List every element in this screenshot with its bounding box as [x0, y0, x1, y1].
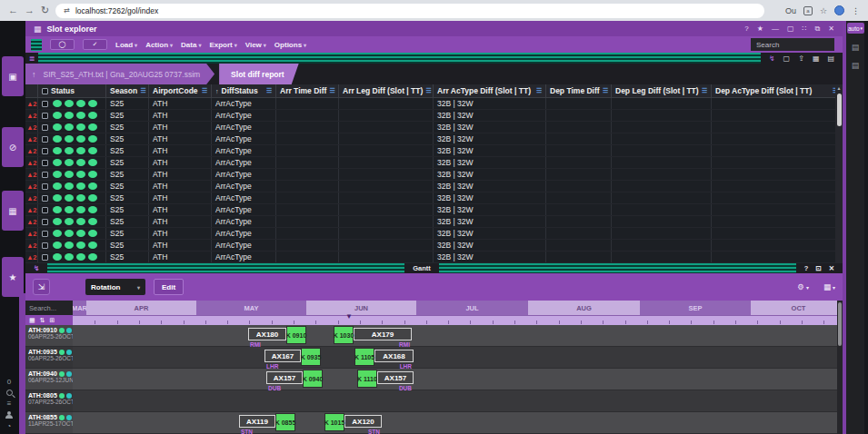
ground-slot-bar[interactable]: K 0910 [286, 326, 306, 344]
ground-slot-bar[interactable]: K 0935 [301, 348, 321, 366]
scrollbar-thumb[interactable] [837, 94, 842, 126]
table-row[interactable]: ▲2S25ATHArrAcType32B | 32W [25, 181, 843, 192]
dock-compass-button[interactable]: ⊘ [2, 127, 24, 167]
history-icon[interactable]: ◔ [7, 422, 12, 430]
gantt-search-input[interactable]: Search... [25, 301, 73, 315]
table-row[interactable]: ▲2S25ATHArrAcType32B | 32W [25, 145, 843, 157]
scroll-up-icon[interactable]: ▲ [837, 85, 842, 91]
sort-rows-icon[interactable]: ⇅ [40, 317, 45, 324]
month-segment[interactable]: MAR [73, 301, 86, 315]
month-segment[interactable]: MAY [196, 301, 306, 315]
back-icon[interactable]: ← [8, 5, 18, 15]
tab-slot-diff-report[interactable]: Slot diff report [219, 64, 299, 84]
ground-slot-bar[interactable]: K 1015 [324, 413, 344, 431]
favorite-icon[interactable]: ★ [757, 25, 763, 34]
ground-slot-bar[interactable]: K 0940 [303, 370, 323, 388]
table-row[interactable]: ▲2S25ATHArrAcType32B | 32W [25, 98, 843, 110]
row-checkbox[interactable] [42, 219, 48, 225]
gear-dropdown[interactable]: ⚙▾ [797, 282, 809, 291]
table-row[interactable]: ▲2S25ATHArrAcType32B | 32W [25, 157, 843, 169]
ground-slot-bar[interactable]: K 1030 [334, 326, 354, 344]
flight-bar[interactable]: AX157DUB [266, 371, 303, 384]
table-row[interactable]: ▲2S25ATHArrAcType32B | 32W [25, 110, 843, 122]
collapsed-panel-bar[interactable]: ≣ ↯ ▢ ⇪ ▦ ▤ [25, 53, 843, 64]
row-checkbox[interactable] [42, 124, 48, 131]
url-bar[interactable]: ⇄ localhost:7262/gol/index [55, 4, 764, 18]
filter-icon[interactable]: ☰ [536, 87, 542, 94]
translate-icon[interactable]: a [803, 6, 813, 15]
filter-icon[interactable]: ☰ [603, 87, 608, 94]
row-checkbox[interactable] [42, 136, 48, 143]
gantt-scrollbar[interactable] [837, 301, 843, 434]
dock-briefcase-button[interactable]: ▦ [2, 191, 24, 231]
flight-bar[interactable]: AX157DUB [377, 371, 414, 384]
drag-handle[interactable] [31, 39, 42, 51]
column-header[interactable]: Arr Time Diff☰ [276, 84, 339, 97]
gantt-scrollbar-thumb[interactable] [838, 302, 842, 346]
column-header[interactable]: Arr AcType Diff (Slot | TT)☰ [434, 84, 546, 97]
dots-grid-icon[interactable]: ∷ [802, 25, 806, 34]
column-header[interactable]: Season☰ [106, 84, 149, 97]
grid-icon[interactable]: ▦ [813, 54, 820, 63]
flight-bar[interactable]: AX119STN [239, 415, 275, 428]
column-header[interactable]: Status [38, 84, 106, 97]
row-checkbox[interactable] [42, 113, 48, 119]
table-row[interactable]: ▲2S25ATHArrAcType32B | 32W [25, 192, 843, 204]
filter-icon[interactable]: ☰ [425, 87, 431, 94]
menu-options[interactable]: Options▾ [274, 41, 306, 49]
row-checkbox[interactable] [42, 242, 48, 249]
grid-plus-icon[interactable]: ⊞ [50, 317, 55, 324]
flight-bar[interactable]: AX120STN [344, 415, 382, 428]
column-header[interactable]: Dep Leg Diff (Slot | TT)☰ [612, 84, 712, 97]
search-input[interactable]: Search [751, 38, 834, 51]
row-checkbox[interactable] [42, 172, 48, 178]
reload-icon[interactable]: ↻ [41, 5, 49, 15]
row-checkbox[interactable] [42, 195, 48, 202]
flight-bar[interactable]: AX179RMI [354, 328, 412, 340]
column-header[interactable]: Arr Leg Diff (Slot | TT)☰ [339, 84, 434, 97]
user-icon[interactable] [5, 411, 13, 419]
column-header[interactable]: ↑DiffStatus☰ [212, 84, 276, 97]
row-checkbox[interactable] [42, 160, 48, 166]
menu-view[interactable]: View▾ [245, 41, 266, 49]
row-checkbox[interactable] [42, 101, 48, 107]
fullscreen-icon[interactable]: ⊡ [815, 264, 821, 272]
close-icon[interactable]: ✕ [828, 25, 834, 34]
flight-bar[interactable]: AX168LHR [374, 350, 414, 362]
clipboard-icon[interactable]: ▤ [852, 43, 860, 52]
forward-icon[interactable]: → [25, 5, 35, 15]
flash-icon[interactable]: ↯ [769, 54, 775, 63]
rotation-row-label[interactable]: ATH:085511APR25-17OCT25 [25, 412, 73, 434]
month-segment[interactable]: AUG [528, 301, 640, 315]
gantt-plug-icon[interactable]: ↯ [25, 263, 47, 273]
rotation-row-label[interactable]: ATH:091006APR25-26OCT25 [25, 325, 73, 347]
column-header[interactable] [25, 84, 38, 97]
dock-star-button[interactable]: ★ [2, 257, 24, 297]
row-checkbox[interactable] [42, 148, 48, 154]
site-info-icon[interactable]: ⇄ [64, 6, 70, 15]
row-checkbox[interactable] [42, 254, 48, 261]
filter-icon[interactable]: ☰ [329, 87, 334, 94]
filter-icon[interactable]: ☰ [140, 87, 145, 94]
table-row[interactable]: ▲2S25ATHArrAcType32B | 32W [25, 228, 843, 240]
layout-dropdown[interactable]: ▦▾ [823, 282, 835, 291]
rotation-row-label[interactable]: ATH:080507APR25-26OCT25 [25, 390, 73, 412]
table-row[interactable]: ▲2S25ATHArrAcType32B | 32W [25, 240, 843, 252]
menu-export[interactable]: Export▾ [209, 41, 236, 49]
filter-icon[interactable]: ☰ [702, 87, 707, 94]
row-checkbox[interactable] [42, 183, 48, 190]
window-icon[interactable]: ▢ [783, 54, 791, 63]
table-row[interactable]: ▲2S25ATHArrAcType32B | 32W [25, 204, 843, 216]
profile-avatar[interactable] [834, 5, 844, 15]
up-arrow-icon[interactable]: ↑ [32, 70, 36, 79]
table-row[interactable]: ▲2S25ATHArrAcType32B | 32W [25, 252, 843, 263]
close-icon[interactable]: ✕ [829, 264, 834, 272]
check-tool-button[interactable]: ✓ [83, 39, 107, 50]
menu-load[interactable]: Load▾ [115, 41, 137, 49]
month-segment[interactable]: JUL [416, 301, 528, 315]
table-row[interactable]: ▲2S25ATHArrAcType32B | 32W [25, 133, 843, 145]
ground-slot-bar[interactable]: K 1105 [354, 348, 374, 366]
dock-board-button[interactable]: ▣ [2, 56, 24, 96]
table-scrollbar[interactable]: ▲ [835, 84, 843, 263]
minimize-icon[interactable]: — [772, 25, 779, 34]
